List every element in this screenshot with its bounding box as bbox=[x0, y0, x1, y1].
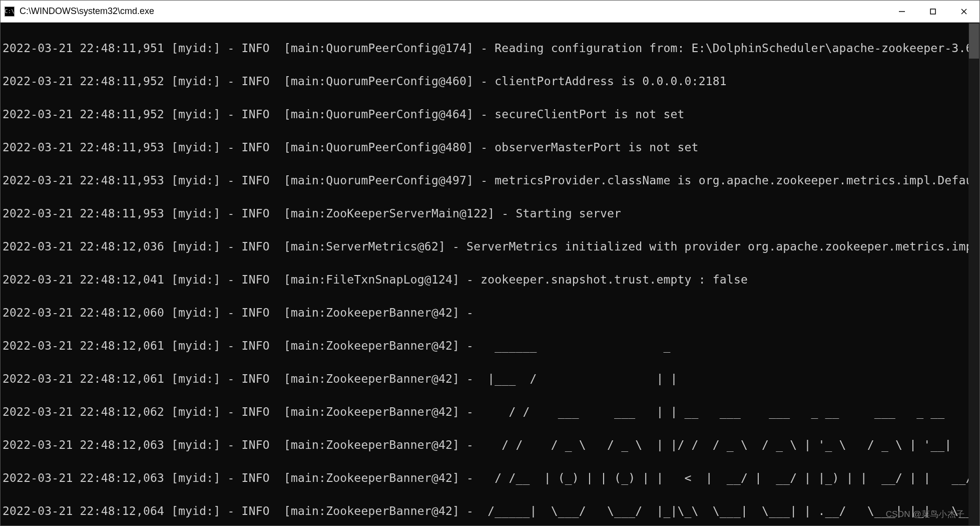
log-line: 2022-03-21 22:48:11,953 [myid:] - INFO [… bbox=[3, 172, 977, 189]
log-line: 2022-03-21 22:48:12,036 [myid:] - INFO [… bbox=[3, 238, 977, 255]
maximize-icon bbox=[929, 8, 936, 15]
cmd-icon: C:\ bbox=[5, 7, 15, 17]
window-title: C:\WINDOWS\system32\cmd.exe bbox=[20, 6, 886, 17]
log-line: 2022-03-21 22:48:11,952 [myid:] - INFO [… bbox=[3, 106, 977, 123]
scrollbar[interactable] bbox=[968, 23, 979, 525]
window-controls bbox=[886, 1, 979, 22]
log-line: 2022-03-21 22:48:11,953 [myid:] - INFO [… bbox=[3, 139, 977, 156]
svg-rect-1 bbox=[930, 9, 935, 14]
log-line: 2022-03-21 22:48:12,060 [myid:] - INFO [… bbox=[3, 305, 977, 321]
titlebar[interactable]: C:\ C:\WINDOWS\system32\cmd.exe bbox=[1, 1, 979, 23]
watermark: CSDN @菜鸟小杰子 bbox=[886, 506, 964, 522]
log-line: 2022-03-21 22:48:12,041 [myid:] - INFO [… bbox=[3, 272, 977, 288]
close-button[interactable] bbox=[948, 1, 979, 22]
cmd-window: C:\ C:\WINDOWS\system32\cmd.exe 2022-03-… bbox=[0, 0, 980, 526]
minimize-icon bbox=[898, 8, 905, 15]
maximize-button[interactable] bbox=[917, 1, 948, 22]
log-line: 2022-03-21 22:48:11,951 [myid:] - INFO [… bbox=[3, 40, 977, 57]
minimize-button[interactable] bbox=[886, 1, 917, 22]
log-line: 2022-03-21 22:48:11,952 [myid:] - INFO [… bbox=[3, 73, 977, 90]
log-line: 2022-03-21 22:48:12,064 [myid:] - INFO [… bbox=[3, 503, 977, 519]
terminal-output[interactable]: 2022-03-21 22:48:11,951 [myid:] - INFO [… bbox=[1, 23, 979, 525]
log-line: 2022-03-21 22:48:12,062 [myid:] - INFO [… bbox=[3, 404, 977, 420]
log-line: 2022-03-21 22:48:12,063 [myid:] - INFO [… bbox=[3, 470, 977, 486]
log-line: 2022-03-21 22:48:12,061 [myid:] - INFO [… bbox=[3, 338, 977, 354]
close-icon bbox=[960, 8, 967, 15]
log-line: 2022-03-21 22:48:12,063 [myid:] - INFO [… bbox=[3, 437, 977, 453]
log-line: 2022-03-21 22:48:12,061 [myid:] - INFO [… bbox=[3, 371, 977, 387]
log-line: 2022-03-21 22:48:11,953 [myid:] - INFO [… bbox=[3, 205, 977, 222]
scrollbar-thumb[interactable] bbox=[969, 24, 979, 59]
